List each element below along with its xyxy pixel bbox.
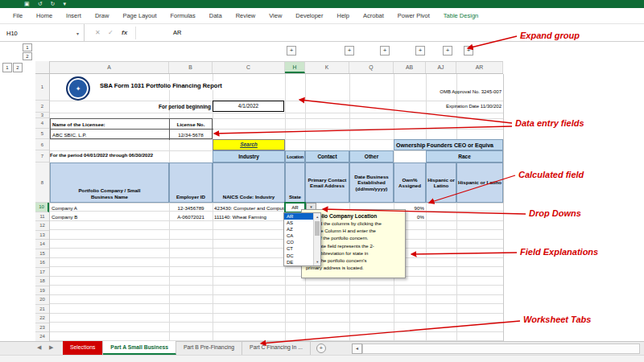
ribbon-tab[interactable]: Power Pivot: [398, 12, 430, 19]
sheet-tab[interactable]: Part A Small Business: [103, 341, 176, 355]
sheet-tab[interactable]: Part C Financing In ...: [242, 341, 311, 355]
hscroll-left-button[interactable]: ◄: [352, 343, 362, 354]
row-header[interactable]: 2: [35, 101, 49, 113]
row-header[interactable]: 19: [35, 286, 49, 296]
period-beginning-input[interactable]: 4/1/2022: [213, 101, 284, 112]
expand-group-button[interactable]: +: [443, 46, 452, 56]
group-header-industry: Industry: [213, 150, 285, 162]
cell-company-b[interactable]: Company B: [52, 212, 167, 221]
ribbon-tab[interactable]: Acrobat: [363, 12, 384, 19]
ribbon-tab[interactable]: Table Design: [444, 12, 478, 19]
dropdown-option[interactable]: CT: [284, 245, 313, 252]
dropdown-option[interactable]: DC: [284, 253, 313, 259]
add-sheet-button[interactable]: +: [316, 343, 326, 353]
row-header[interactable]: 20: [35, 295, 49, 305]
undo-icon[interactable]: ↺: [38, 0, 43, 8]
dropdown-option[interactable]: CA: [284, 232, 313, 239]
column-header[interactable]: H: [285, 62, 305, 73]
expand-group-button[interactable]: +: [415, 46, 425, 56]
tab-scroll-left-icon[interactable]: ◀: [37, 341, 41, 355]
name-box[interactable]: H10 ▾: [0, 24, 85, 42]
select-all-corner[interactable]: [35, 61, 50, 74]
ribbon-tab[interactable]: Page Layout: [122, 12, 156, 19]
column-header[interactable]: K: [305, 62, 349, 73]
row-header[interactable]: 13: [35, 231, 49, 241]
save-icon[interactable]: ▣: [24, 0, 30, 8]
row-header[interactable]: 4: [35, 118, 49, 129]
scrollbar-thumb[interactable]: [315, 221, 320, 236]
ribbon-tab[interactable]: Home: [36, 12, 52, 19]
column-header[interactable]: A: [50, 62, 169, 73]
enter-icon[interactable]: ✓: [108, 24, 114, 42]
column-header[interactable]: B: [169, 62, 213, 73]
dropdown-option[interactable]: AS: [284, 220, 313, 226]
expand-group-button[interactable]: +: [464, 46, 473, 56]
column-header[interactable]: C: [213, 62, 285, 73]
search-cell[interactable]: Search: [213, 139, 285, 150]
row-header[interactable]: 23: [35, 323, 49, 333]
scroll-up-icon[interactable]: ▲: [314, 213, 320, 220]
row-header[interactable]: 5: [35, 129, 49, 139]
row-header[interactable]: 21: [35, 305, 49, 315]
formula-input[interactable]: AR: [173, 24, 181, 42]
row-header[interactable]: 8: [35, 162, 49, 203]
insert-function-icon[interactable]: fx: [122, 24, 127, 42]
dropdown-scrollbar[interactable]: ▲ ▼: [313, 213, 320, 265]
ribbon-tab[interactable]: Formulas: [171, 12, 196, 19]
name-box-caret-icon[interactable]: ▾: [76, 31, 79, 36]
dropdown-option[interactable]: AZ: [284, 226, 313, 232]
dropdown-option[interactable]: CO: [284, 239, 313, 245]
ribbon-tab[interactable]: Help: [337, 12, 349, 19]
dropdown-option[interactable]: AR: [284, 213, 313, 220]
row-outline-level-2-button[interactable]: 2: [13, 63, 23, 72]
cell-company-a[interactable]: Company A: [52, 204, 167, 212]
column-header[interactable]: Q: [349, 62, 394, 73]
cell-employer-b[interactable]: A-06072021: [169, 212, 213, 221]
row-outline-level-1-button[interactable]: 1: [2, 63, 12, 72]
row-header[interactable]: 3: [35, 113, 49, 118]
outline-level-1-button[interactable]: 1: [23, 43, 32, 51]
row-header[interactable]: 6: [35, 139, 49, 150]
expand-group-button[interactable]: +: [380, 46, 390, 56]
ribbon-tab[interactable]: Insert: [66, 12, 81, 19]
ribbon-tab[interactable]: Review: [236, 12, 256, 19]
row-header[interactable]: 15: [35, 249, 49, 259]
expand-group-button[interactable]: +: [345, 46, 354, 56]
cell-naics-b[interactable]: 111140: Wheat Farming: [214, 212, 284, 221]
ribbon-tab[interactable]: View: [269, 12, 282, 19]
row-header[interactable]: 12: [35, 221, 49, 231]
quick-access-caret-icon[interactable]: ▾: [63, 0, 66, 8]
row-header[interactable]: 17: [35, 268, 49, 278]
column-header[interactable]: AJ: [426, 62, 456, 73]
ribbon-tab[interactable]: Developer: [295, 12, 323, 19]
row-header[interactable]: 7: [35, 150, 49, 162]
row-header[interactable]: 22: [35, 314, 49, 323]
dropdown-option[interactable]: DE: [284, 259, 313, 265]
row-header[interactable]: 11: [35, 212, 49, 222]
ribbon-tab[interactable]: Data: [209, 12, 222, 19]
cell-naics-a[interactable]: 423430: Computer and Computer: [214, 204, 284, 212]
column-header[interactable]: AR: [456, 62, 503, 73]
cancel-icon[interactable]: ✕: [95, 24, 101, 42]
tab-scroll-right-icon[interactable]: ▶: [49, 341, 53, 355]
row-header[interactable]: 10: [35, 203, 49, 212]
row-header[interactable]: 24: [35, 332, 49, 342]
row-header[interactable]: 1: [35, 74, 49, 101]
cell-employer-a[interactable]: 12-3456789: [169, 204, 213, 212]
row-header[interactable]: 16: [35, 258, 49, 268]
row-header[interactable]: 14: [35, 240, 49, 249]
ribbon-tab[interactable]: Draw: [95, 12, 109, 19]
redo-icon[interactable]: ↻: [51, 0, 56, 8]
row-header[interactable]: 18: [35, 277, 49, 286]
annotation-label: Data entry fields: [515, 118, 584, 128]
scroll-down-icon[interactable]: ▼: [314, 258, 320, 265]
licensee-name-cell[interactable]: ABC SBIC, L.P.: [52, 130, 168, 139]
column-header[interactable]: AB: [394, 62, 426, 73]
expand-group-button[interactable]: +: [287, 46, 296, 56]
outline-level-2-button[interactable]: 2: [23, 52, 32, 60]
ribbon-tab[interactable]: File: [13, 12, 23, 19]
sheet-tab[interactable]: Selections: [63, 341, 103, 355]
horizontal-scrollbar[interactable]: [362, 343, 640, 354]
license-no-cell[interactable]: 12/34-5678: [170, 130, 212, 139]
sheet-tab[interactable]: Part B Pre-Financing: [176, 341, 242, 355]
